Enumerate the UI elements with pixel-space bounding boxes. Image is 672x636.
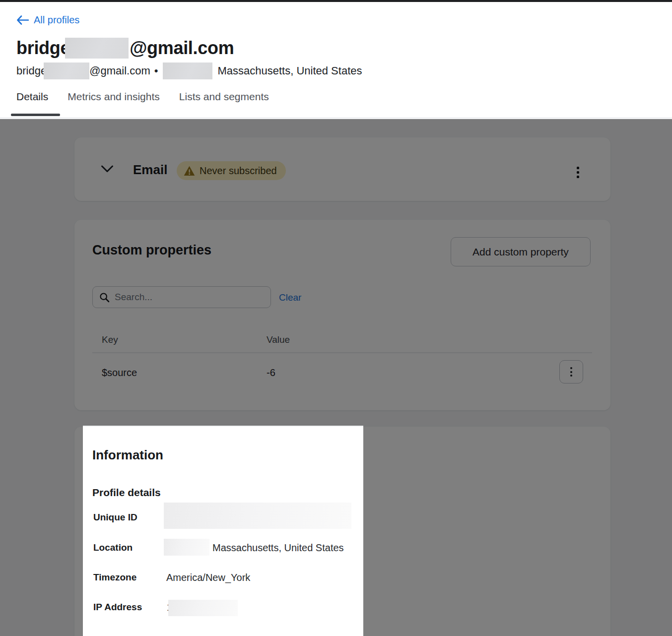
warning-triangle-icon xyxy=(184,166,195,176)
tab-lists-and-segments[interactable]: Lists and segments xyxy=(179,91,269,103)
subtitle-email-suffix: @gmail.com xyxy=(89,64,150,77)
custom-properties-search[interactable] xyxy=(92,286,271,308)
custom-properties-title: Custom properties xyxy=(92,243,211,258)
tab-details[interactable]: Details xyxy=(16,91,48,103)
active-tab-underline xyxy=(11,114,60,116)
redaction-box xyxy=(163,63,212,79)
column-header-value: Value xyxy=(267,334,290,345)
redaction-box xyxy=(65,38,129,59)
redaction-box xyxy=(168,600,238,616)
tab-metrics-and-insights[interactable]: Metrics and insights xyxy=(67,91,160,103)
table-row-key: $source xyxy=(102,367,137,379)
redaction-box xyxy=(164,503,351,529)
redaction-box xyxy=(164,539,209,556)
subtitle-separator: • xyxy=(154,64,158,77)
left-arrow-icon xyxy=(16,15,29,25)
profile-subtitle: bridge @gmail.com • Massachusetts, Unite… xyxy=(16,63,362,79)
information-card: Information Profile details Unique ID Lo… xyxy=(74,427,610,636)
table-divider xyxy=(92,352,592,353)
email-card-title: Email xyxy=(133,162,167,178)
profile-tabs: Details Metrics and insights Lists and s… xyxy=(16,91,269,103)
ip-address-label: IP Address xyxy=(93,602,142,613)
timezone-value: America/New_York xyxy=(166,572,250,583)
subtitle-email-prefix: bridge xyxy=(16,64,47,77)
never-subscribed-badge: Never subscribed xyxy=(177,161,286,180)
email-kebab-menu-icon[interactable] xyxy=(571,163,585,181)
clear-search-link[interactable]: Clear xyxy=(279,292,301,303)
row-kebab-menu-button[interactable] xyxy=(559,360,583,383)
subtitle-location: Massachusetts, United States xyxy=(217,64,362,77)
column-header-key: Key xyxy=(102,334,118,345)
back-link-label: All profiles xyxy=(34,14,79,26)
profile-title: bridge @gmail.com xyxy=(16,38,234,59)
search-icon xyxy=(99,292,110,303)
chevron-down-icon[interactable] xyxy=(101,165,114,175)
table-row-value: -6 xyxy=(267,367,275,379)
email-card: Email Never subscribed xyxy=(74,137,610,201)
search-input[interactable] xyxy=(115,292,259,303)
add-custom-property-button[interactable]: Add custom property xyxy=(451,237,591,266)
custom-properties-card: Custom properties Add custom property Cl… xyxy=(74,220,610,410)
profile-details-heading: Profile details xyxy=(92,487,161,499)
unique-id-label: Unique ID xyxy=(93,512,137,523)
timezone-label: Timezone xyxy=(93,572,136,583)
profile-title-prefix: bridge xyxy=(16,38,70,59)
information-title: Information xyxy=(92,447,163,463)
profile-title-suffix: @gmail.com xyxy=(130,38,234,59)
location-label: Location xyxy=(93,542,133,553)
location-value: Massachusetts, United States xyxy=(212,542,344,554)
redaction-box xyxy=(44,63,89,79)
badge-label: Never subscribed xyxy=(200,165,277,177)
back-to-all-profiles-link[interactable]: All profiles xyxy=(16,14,79,26)
window-top-bar xyxy=(0,0,672,2)
